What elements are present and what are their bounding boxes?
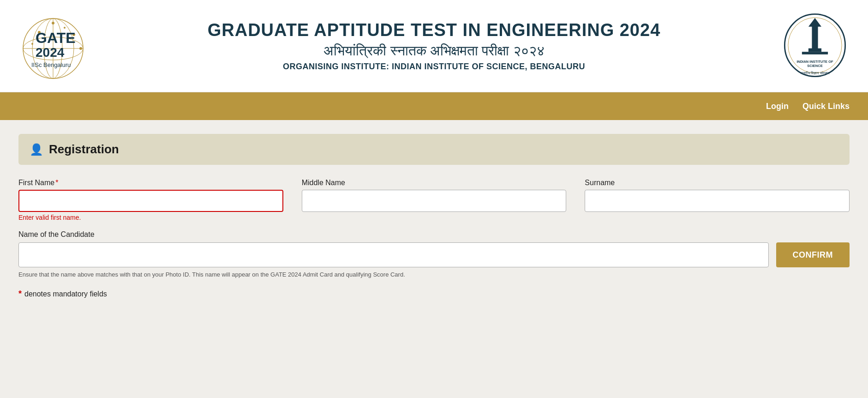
iisc-logo: INDIAN INSTITUTE OF SCIENCE भारतीय विज्ञ… [780,12,850,81]
surname-input[interactable] [585,190,850,212]
middle-name-input[interactable] [302,190,567,212]
main-content: 👤 Registration First Name* Enter valid f… [0,120,868,313]
svg-text:भारतीय विज्ञान संस्थान: भारतीय विज्ञान संस्थान [800,70,830,75]
svg-text:2024: 2024 [36,45,65,60]
quick-links-link[interactable]: Quick Links [802,102,850,111]
svg-point-6 [52,22,54,24]
svg-point-8 [79,47,82,50]
mandatory-star-icon: * [18,289,22,299]
candidate-name-label: Name of the Candidate [18,230,850,239]
svg-text:GATE: GATE [36,30,76,46]
surname-group: Surname [585,179,850,221]
svg-point-10 [31,43,33,45]
mandatory-note: * denotes mandatory fields [18,289,850,299]
svg-text:IISc Bengaluru: IISc Bengaluru [31,61,71,68]
svg-text:SCIENCE: SCIENCE [807,64,822,68]
person-icon: 👤 [30,143,43,156]
name-fields-row: First Name* Enter valid first name. Midd… [18,179,850,221]
candidate-name-row: CONFIRM [18,242,850,267]
middle-name-group: Middle Name [302,179,567,221]
surname-label: Surname [585,179,850,187]
registration-section-header: 👤 Registration [18,134,850,165]
header-title-hindi: अभियांत्रिकी स्नातक अभिक्षमता परीक्षा २०… [92,43,776,59]
navbar: Login Quick Links [0,92,868,120]
svg-marker-18 [808,18,821,27]
first-name-label: First Name* [18,179,283,187]
svg-rect-20 [802,52,828,54]
candidate-name-input[interactable] [18,242,769,267]
header-center: GRADUATE APTITUDE TEST IN ENGINEERING 20… [92,20,776,72]
header-title-english: GRADUATE APTITUDE TEST IN ENGINEERING 20… [92,20,776,40]
header-subtitle: ORGANISING INSTITUTE: INDIAN INSTITUTE O… [92,62,776,72]
page-header: GATE 2024 IISc Bengaluru GRADUATE APTITU… [0,0,868,92]
mandatory-text: denotes mandatory fields [24,290,107,298]
header-right: INDIAN INSTITUTE OF SCIENCE भारतीय विज्ञ… [776,12,854,81]
svg-point-11 [64,27,66,29]
header-left: GATE 2024 IISc Bengaluru [14,7,92,85]
svg-rect-17 [812,24,818,50]
svg-rect-19 [808,48,821,52]
middle-name-label: Middle Name [302,179,567,187]
gate-logo: GATE 2024 IISc Bengaluru [14,7,92,85]
registration-title: Registration [49,142,119,157]
candidate-name-section: Name of the Candidate CONFIRM Ensure tha… [18,230,850,278]
first-name-required-star: * [55,179,58,187]
first-name-input[interactable] [18,190,283,212]
candidate-name-hint: Ensure that the name above matches with … [18,271,850,278]
confirm-button[interactable]: CONFIRM [776,242,850,267]
svg-text:INDIAN INSTITUTE OF: INDIAN INSTITUTE OF [796,59,833,63]
login-link[interactable]: Login [766,102,789,111]
navbar-links: Login Quick Links [766,102,850,111]
first-name-group: First Name* Enter valid first name. [18,179,283,221]
first-name-error-message: Enter valid first name. [18,214,283,221]
